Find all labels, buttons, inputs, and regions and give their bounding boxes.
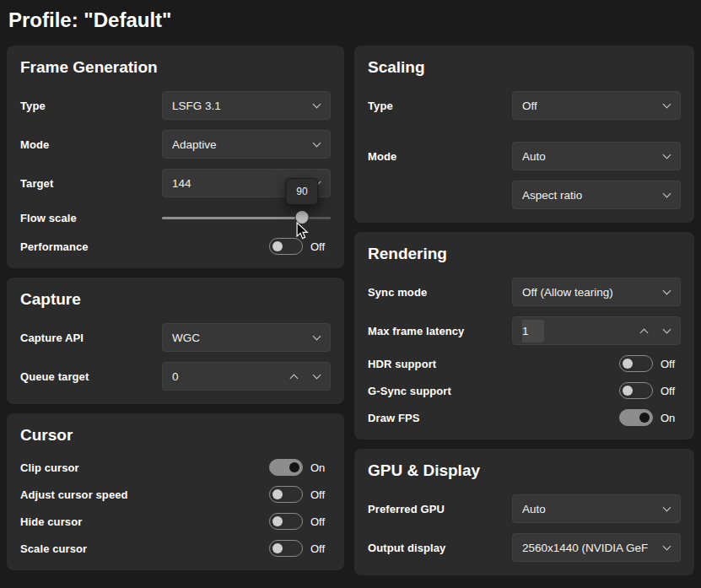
chevron-down-icon	[313, 332, 321, 340]
scale-cursor-toggle[interactable]	[269, 540, 303, 557]
toggle-state: Off	[310, 488, 331, 501]
chevron-up-icon[interactable]	[640, 328, 649, 337]
sync-mode-dropdown[interactable]: Off (Allow tearing)	[512, 278, 681, 306]
frame-generation-title: Frame Generation	[20, 57, 331, 78]
toggle-state: On	[310, 461, 331, 474]
gsync-support-toggle-wrap: Off	[619, 382, 681, 399]
numberbox-value: 0	[172, 370, 291, 383]
preferred-gpu-dropdown[interactable]: Auto	[512, 494, 681, 523]
dropdown-value: 2560x1440 (NVIDIA GeF	[522, 542, 648, 554]
performance-toggle[interactable]	[269, 238, 303, 255]
dropdown-value: WGC	[172, 332, 200, 344]
clip-cursor-toggle-wrap: On	[269, 459, 331, 476]
capture-api-label: Capture API	[20, 332, 84, 344]
preferred-gpu-row: Preferred GPU Auto	[368, 489, 681, 528]
scale-cursor-label: Scale cursor	[20, 542, 87, 555]
slider-value-tooltip: 90	[285, 178, 318, 205]
frame-generation-type-dropdown[interactable]: LSFG 3.1	[162, 91, 331, 120]
flow-scale-slider[interactable]: 90	[162, 210, 331, 225]
capture-api-dropdown[interactable]: WGC	[162, 323, 331, 352]
hdr-support-row: HDR support Off	[368, 350, 681, 377]
adjust-cursor-speed-row: Adjust cursor speed Off	[20, 481, 331, 508]
gpu-display-title: GPU & Display	[368, 461, 681, 481]
chevron-down-icon	[663, 542, 671, 550]
queue-target-row: Queue target 0	[20, 357, 331, 396]
performance-label: Performance	[20, 240, 89, 253]
performance-toggle-wrap: Off	[269, 238, 331, 255]
left-column: Frame Generation Type LSFG 3.1 Mode Adap…	[7, 46, 344, 570]
clip-cursor-toggle[interactable]	[269, 459, 303, 476]
toggle-state: Off	[310, 515, 331, 528]
dropdown-value: Aspect ratio	[522, 189, 582, 202]
page-title: Profile: "Default"	[8, 8, 694, 32]
toggle-state: Off	[310, 542, 331, 555]
dropdown-value: Adaptive	[172, 138, 217, 151]
hdr-support-label: HDR support	[368, 358, 436, 370]
scale-cursor-toggle-wrap: Off	[269, 540, 331, 557]
frame-generation-mode-row: Mode Adaptive	[20, 125, 331, 164]
scaling-title: Scaling	[368, 57, 681, 78]
adjust-cursor-speed-toggle[interactable]	[269, 486, 303, 503]
chevron-down-icon	[663, 286, 671, 294]
hdr-support-toggle-wrap: Off	[619, 355, 681, 372]
scaling-type-dropdown[interactable]: Off	[512, 91, 681, 120]
card-capture: Capture Capture API WGC Queue target 0	[7, 278, 344, 404]
output-display-dropdown[interactable]: 2560x1440 (NVIDIA GeF	[512, 533, 681, 562]
clip-cursor-row: Clip cursor On	[20, 454, 331, 481]
max-frame-latency-label: Max frame latency	[368, 325, 464, 337]
scaling-mode-secondary-row: Aspect ratio	[368, 175, 681, 214]
hide-cursor-row: Hide cursor Off	[20, 508, 331, 535]
preferred-gpu-label: Preferred GPU	[368, 503, 445, 515]
card-rendering: Rendering Sync mode Off (Allow tearing) …	[354, 232, 694, 440]
stepper-buttons	[291, 372, 320, 381]
hide-cursor-toggle-wrap: Off	[269, 513, 331, 530]
target-label: Target	[20, 177, 53, 190]
hide-cursor-toggle[interactable]	[269, 513, 303, 530]
chevron-down-icon	[663, 189, 671, 197]
rendering-title: Rendering	[368, 244, 681, 264]
mode-label: Mode	[368, 150, 396, 163]
frame-generation-mode-dropdown[interactable]: Adaptive	[162, 130, 331, 159]
scaling-mode-dropdown[interactable]: Auto	[512, 142, 681, 170]
chevron-down-icon	[313, 138, 321, 147]
adjust-cursor-speed-label: Adjust cursor speed	[20, 488, 128, 501]
stepper-buttons	[641, 326, 670, 336]
draw-fps-toggle-wrap: On	[619, 409, 681, 426]
toggle-state: Off	[661, 385, 681, 397]
dropdown-value: Off	[522, 100, 537, 112]
max-frame-latency-stepper[interactable]: 1	[512, 316, 681, 345]
settings-columns: Frame Generation Type LSFG 3.1 Mode Adap…	[7, 46, 694, 575]
cursor-title: Cursor	[20, 425, 331, 445]
toggle-state: On	[661, 412, 681, 424]
draw-fps-label: Draw FPS	[368, 412, 419, 424]
draw-fps-row: Draw FPS On	[368, 404, 681, 431]
adjust-cursor-speed-toggle-wrap: Off	[269, 486, 331, 503]
gsync-support-toggle[interactable]	[619, 382, 653, 399]
clip-cursor-label: Clip cursor	[20, 461, 79, 474]
aspect-ratio-dropdown[interactable]: Aspect ratio	[512, 181, 681, 209]
chevron-down-icon[interactable]	[313, 370, 321, 379]
toggle-state: Off	[661, 358, 681, 370]
card-cursor: Cursor Clip cursor On Adjust cursor spee…	[7, 413, 344, 570]
draw-fps-toggle[interactable]	[619, 409, 653, 426]
gsync-support-row: G-Sync support Off	[368, 377, 681, 404]
flow-scale-label: Flow scale	[20, 212, 77, 224]
type-label: Type	[368, 100, 393, 112]
hdr-support-toggle[interactable]	[619, 355, 653, 372]
mode-label: Mode	[20, 138, 49, 151]
type-label: Type	[20, 100, 46, 112]
dropdown-value: Auto	[522, 150, 546, 163]
sync-mode-row: Sync mode Off (Allow tearing)	[368, 272, 681, 311]
hide-cursor-label: Hide cursor	[20, 515, 82, 528]
card-gpu-display: GPU & Display Preferred GPU Auto Output …	[354, 449, 694, 575]
slider-handle[interactable]	[296, 211, 309, 224]
app-window: Profile: "Default" Frame Generation Type…	[0, 0, 701, 582]
dropdown-value: Off (Allow tearing)	[522, 286, 613, 299]
output-display-row: Output display 2560x1440 (NVIDIA GeF	[368, 528, 681, 567]
chevron-down-icon	[663, 100, 671, 108]
frame-generation-type-row: Type LSFG 3.1	[20, 86, 331, 125]
chevron-down-icon[interactable]	[663, 325, 671, 333]
scale-cursor-row: Scale cursor Off	[20, 535, 331, 562]
queue-target-stepper[interactable]: 0	[162, 362, 331, 391]
chevron-up-icon[interactable]	[290, 374, 299, 382]
